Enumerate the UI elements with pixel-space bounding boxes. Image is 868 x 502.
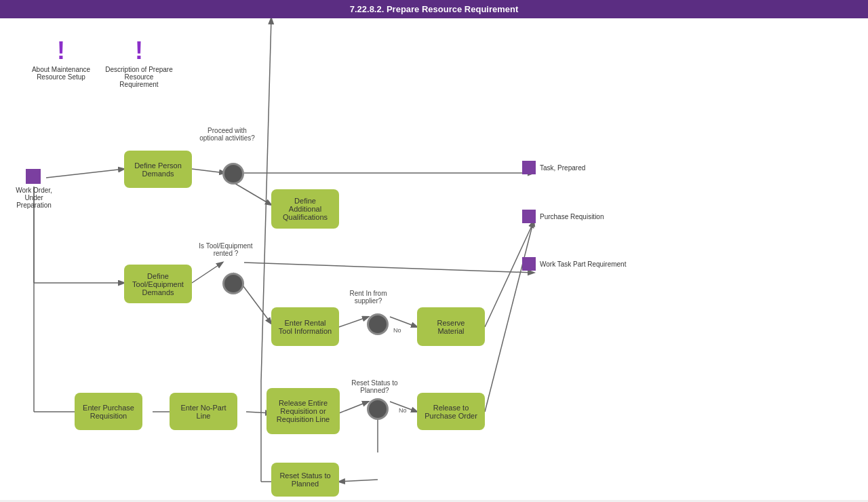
no-label-1: No bbox=[393, 327, 401, 334]
page-title: 7.22.8.2. Prepare Resource Requirement bbox=[350, 4, 519, 14]
exclamation-icon-2: ! bbox=[135, 39, 143, 63]
start-node bbox=[26, 169, 41, 184]
icon-desc-label: Description of Prepare Resource Requirem… bbox=[105, 66, 173, 88]
exclamation-icon-1: ! bbox=[57, 39, 65, 63]
svg-line-23 bbox=[261, 18, 271, 381]
icon-about[interactable]: ! About Maintenance Resource Setup bbox=[27, 39, 95, 81]
define-tool-box[interactable]: Define Tool/Equipment Demands bbox=[124, 265, 192, 303]
svg-line-18 bbox=[485, 220, 534, 412]
purchase-req-label: Purchase Requisition bbox=[540, 213, 604, 220]
tool-rented-label: Is Tool/Equipment rented ? bbox=[195, 242, 256, 257]
svg-line-9 bbox=[339, 317, 368, 327]
icon-about-label: About Maintenance Resource Setup bbox=[27, 66, 95, 81]
svg-line-10 bbox=[390, 317, 417, 327]
svg-line-6 bbox=[192, 263, 222, 283]
work-task-part-output: Work Task Part Requirement bbox=[522, 257, 626, 271]
reset-status-box[interactable]: Reset Status to Planned bbox=[271, 463, 339, 497]
purchase-req-output: Purchase Requisition bbox=[522, 210, 604, 223]
proceed-optional-label: Proceed with optional activities? bbox=[197, 127, 258, 142]
svg-line-8 bbox=[244, 263, 534, 273]
tool-rented-diamond bbox=[222, 273, 244, 294]
define-person-box[interactable]: Define Person Demands bbox=[124, 151, 192, 188]
define-qualifications-box[interactable]: Define Additional Qualifications bbox=[271, 189, 339, 229]
task-prepared-label: Task, Prepared bbox=[540, 164, 585, 172]
enter-purchase-box[interactable]: Enter Purchase Requisition bbox=[75, 393, 142, 430]
reset-planned-label: Reset Status to Planned? bbox=[346, 379, 403, 394]
task-prepared-square bbox=[522, 161, 536, 174]
proceed-optional-diamond bbox=[222, 163, 244, 185]
rent-in-diamond bbox=[367, 313, 389, 335]
release-entire-box[interactable]: Release Entire Requisition or Requisitio… bbox=[267, 388, 340, 434]
purchase-req-square bbox=[522, 210, 536, 223]
release-to-po-box[interactable]: Release to Purchase Order bbox=[417, 393, 485, 430]
task-prepared-output: Task, Prepared bbox=[522, 161, 585, 174]
diagram-area: ! About Maintenance Resource Setup ! Des… bbox=[0, 18, 868, 500]
enter-no-part-box[interactable]: Enter No-Part Line bbox=[170, 393, 237, 430]
work-task-part-square bbox=[522, 257, 536, 271]
icon-description[interactable]: ! Description of Prepare Resource Requir… bbox=[105, 39, 173, 88]
title-bar: 7.22.8.2. Prepare Resource Requirement bbox=[0, 0, 868, 18]
svg-line-0 bbox=[46, 169, 124, 178]
start-label: Work Order, Under Preparation bbox=[7, 187, 61, 209]
svg-line-20 bbox=[339, 480, 378, 482]
enter-rental-box[interactable]: Enter Rental Tool Information bbox=[271, 307, 339, 346]
work-task-part-label: Work Task Part Requirement bbox=[540, 260, 626, 268]
reset-planned-diamond bbox=[367, 398, 389, 420]
svg-line-1 bbox=[192, 169, 225, 173]
svg-line-11 bbox=[485, 222, 534, 327]
svg-line-2 bbox=[233, 182, 271, 205]
no-label-2: No bbox=[399, 407, 407, 414]
rent-in-label: Rent In from supplier? bbox=[341, 290, 395, 305]
reserve-material-box[interactable]: Reserve Material bbox=[417, 307, 485, 346]
svg-line-16 bbox=[339, 402, 368, 413]
